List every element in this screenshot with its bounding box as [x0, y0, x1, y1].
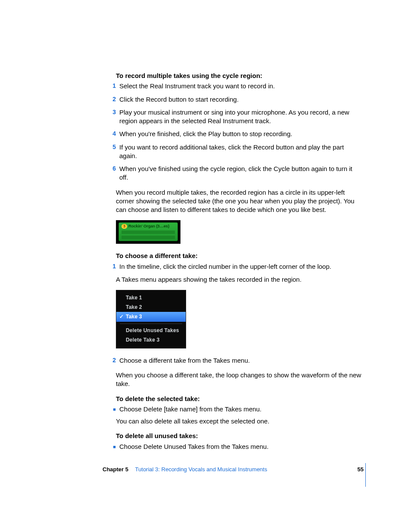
- step-2: 2 Click the Record button to start recor…: [116, 95, 361, 104]
- step-6: 6 When you've finished using the cycle r…: [116, 165, 361, 182]
- step-2: 2 Choose a different take from the Takes…: [116, 356, 361, 365]
- step-number: 2: [106, 356, 116, 365]
- step-1: 1 Select the Real Instrument track you w…: [116, 82, 361, 90]
- bullet-delete-take: ■ Choose Delete [take name] from the Tak…: [116, 405, 361, 414]
- menu-item-take-1[interactable]: Take 1: [116, 293, 186, 302]
- footer-left: Chapter 5 Tutorial 3: Recording Vocals a…: [103, 466, 267, 473]
- step-text: Choose a different take from the Takes m…: [119, 356, 361, 365]
- section-heading-record-multiple-takes: To record multiple takes using the cycle…: [116, 72, 361, 80]
- menu-item-delete-unused[interactable]: Delete Unused Takes: [116, 326, 186, 335]
- step-text: Select the Real Instrument track you wan…: [119, 82, 361, 90]
- takes-count-badge: 3: [121, 224, 127, 229]
- region-label: Rockin' Organ (3…es): [128, 224, 169, 229]
- waveform-top: [121, 230, 175, 234]
- step-text: Click the Record button to start recordi…: [119, 95, 361, 104]
- step-number: 1: [106, 262, 116, 271]
- step-number: 4: [106, 130, 116, 138]
- step-text: Play your musical instrument or sing int…: [119, 108, 361, 126]
- section-heading-delete-unused: To delete all unused takes:: [116, 432, 361, 440]
- footer-page-number: 55: [358, 466, 364, 473]
- step-1: 1 In the timeline, click the circled num…: [116, 262, 361, 271]
- footer-chapter: Chapter 5: [103, 466, 128, 473]
- step-5: 5 If you want to record additional takes…: [116, 143, 361, 161]
- step-text: When you're finished, click the Play but…: [119, 130, 361, 138]
- menu-item-take-3-selected[interactable]: ✓ Take 3: [116, 312, 186, 321]
- footer-title: Tutorial 3: Recording Vocals and Musical…: [135, 466, 268, 473]
- footer-side-rule: [365, 463, 366, 487]
- step-number: 3: [106, 108, 116, 117]
- paragraph-delete-except-selected: You can also delete all takes except the…: [116, 417, 361, 426]
- step-number: 5: [106, 143, 116, 152]
- paragraph-takes-menu-appears: A Takes menu appears showing the takes r…: [116, 275, 361, 284]
- page: To record multiple takes using the cycle…: [0, 0, 411, 532]
- bullet-delete-unused: ■ Choose Delete Unused Takes from the Ta…: [116, 442, 361, 451]
- bullet-text: Choose Delete [take name] from the Takes…: [119, 405, 361, 414]
- paragraph-loop-changes: When you choose a different take, the lo…: [116, 371, 361, 389]
- bullet-text: Choose Delete Unused Takes from the Take…: [119, 442, 361, 451]
- menu-item-label: Take 3: [126, 314, 142, 320]
- step-text: When you've finished using the cycle reg…: [119, 165, 361, 182]
- step-number: 1: [106, 82, 116, 90]
- page-footer: Chapter 5 Tutorial 3: Recording Vocals a…: [103, 466, 364, 473]
- paragraph-multiple-takes-note: When you record multiple takes, the reco…: [116, 188, 361, 215]
- section-heading-delete-selected: To delete the selected take:: [116, 395, 361, 403]
- menu-separator: [120, 324, 182, 324]
- checkmark-icon: ✓: [119, 313, 124, 320]
- content-column: To record multiple takes using the cycle…: [116, 72, 361, 454]
- step-3: 3 Play your musical instrument or sing i…: [116, 108, 361, 126]
- bullet-icon: ■: [106, 405, 116, 414]
- waveform-bottom: [121, 236, 175, 239]
- step-number: 6: [106, 165, 116, 173]
- audio-region: 3 Rockin' Organ (3…es): [118, 222, 178, 241]
- screenshot-takes-menu: Take 1 Take 2 ✓ Take 3 Delete Unused Tak…: [116, 290, 186, 348]
- step-4: 4 When you're finished, click the Play b…: [116, 130, 361, 138]
- screenshot-region-with-takes: 3 Rockin' Organ (3…es): [116, 220, 181, 244]
- menu-item-take-2[interactable]: Take 2: [116, 302, 186, 312]
- menu-item-delete-take-3[interactable]: Delete Take 3: [116, 335, 186, 345]
- step-text: In the timeline, click the circled numbe…: [119, 262, 361, 271]
- bullet-icon: ■: [106, 442, 116, 451]
- step-number: 2: [106, 95, 116, 104]
- step-text: If you want to record additional takes, …: [119, 143, 361, 161]
- section-heading-choose-take: To choose a different take:: [116, 252, 361, 260]
